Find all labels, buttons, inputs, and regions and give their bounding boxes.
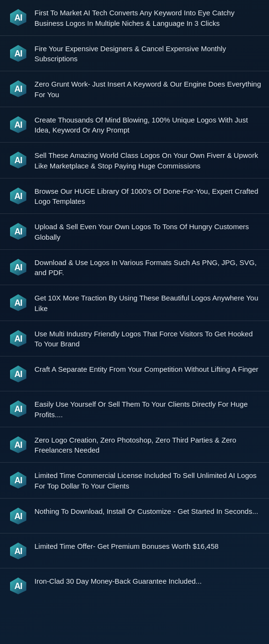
list-item: AI Zero Logo Creation, Zero Photoshop, Z…: [0, 427, 269, 463]
feature-text: Limited Time Offer- Get Premium Bonuses …: [34, 540, 261, 552]
ai-icon: AI: [8, 114, 29, 135]
svg-text:AI: AI: [14, 440, 22, 450]
ai-icon: AI: [8, 575, 29, 596]
ai-icon: AI: [8, 434, 29, 455]
list-item: AI Sell These Amazing World Class Logos …: [0, 143, 269, 178]
list-item: AI Zero Grunt Work- Just Insert A Keywor…: [0, 71, 269, 107]
feature-text: Fire Your Expensive Designers & Cancel E…: [34, 43, 261, 65]
feature-text: First To Market AI Tech Converts Any Key…: [34, 7, 261, 29]
svg-text:AI: AI: [14, 227, 22, 236]
list-item: AI Nothing To Download, Install Or Custo…: [0, 499, 269, 533]
features-list: AI First To Market AI Tech Converts Any …: [0, 0, 269, 603]
svg-text:AI: AI: [14, 49, 22, 58]
feature-text: Easily Use Yourself Or Sell Them To Your…: [34, 398, 261, 420]
feature-text: Download & Use Logos In Various Formats …: [34, 256, 261, 278]
feature-text: Zero Grunt Work- Just Insert A Keyword &…: [34, 78, 261, 100]
feature-text: Browse Our HUGE Library Of 1000's Of Don…: [34, 185, 261, 207]
list-item: AI Browse Our HUGE Library Of 1000's Of …: [0, 178, 269, 214]
svg-text:AI: AI: [14, 581, 22, 591]
ai-icon: AI: [8, 256, 29, 278]
list-item: AI Limited Time Commercial License Inclu…: [0, 463, 269, 499]
feature-text: Upload & Sell Even Your Own Logos To Ton…: [34, 221, 261, 243]
svg-text:AI: AI: [14, 120, 22, 130]
feature-text: Zero Logo Creation, Zero Photoshop, Zero…: [34, 434, 261, 456]
ai-icon: AI: [8, 43, 29, 64]
list-item: AI Create Thousands Of Mind Blowing, 100…: [0, 107, 269, 143]
svg-text:AI: AI: [14, 476, 22, 485]
ai-icon: AI: [8, 149, 29, 170]
list-item: AI Fire Your Expensive Designers & Cance…: [0, 36, 269, 72]
ai-icon: AI: [8, 185, 29, 206]
list-item: AI Upload & Sell Even Your Own Logos To …: [0, 214, 269, 250]
list-item: AI Download & Use Logos In Various Forma…: [0, 250, 269, 286]
ai-icon: AI: [8, 78, 29, 99]
ai-icon: AI: [8, 221, 29, 242]
feature-text: Craft A Separate Entity From Your Compet…: [34, 363, 261, 375]
svg-text:AI: AI: [14, 404, 22, 414]
feature-text: Sell These Amazing World Class Logos On …: [34, 149, 261, 171]
svg-text:AI: AI: [14, 511, 22, 521]
feature-text: Get 10X More Traction By Using These Bea…: [34, 292, 261, 314]
ai-icon: AI: [8, 292, 29, 313]
ai-icon: AI: [8, 540, 29, 561]
ai-icon: AI: [8, 363, 29, 384]
list-item: AI Limited Time Offer- Get Premium Bonus…: [0, 533, 269, 568]
feature-text: Iron-Clad 30 Day Money-Back Guarantee In…: [34, 575, 261, 587]
ai-icon: AI: [8, 7, 29, 28]
feature-text: Use Multi Industry Friendly Logos That F…: [34, 328, 261, 350]
list-item: AI Use Multi Industry Friendly Logos Tha…: [0, 321, 269, 357]
list-item: AI Get 10X More Traction By Using These …: [0, 285, 269, 321]
feature-text: Create Thousands Of Mind Blowing, 100% U…: [34, 114, 261, 136]
svg-text:AI: AI: [14, 263, 22, 272]
ai-icon: AI: [8, 328, 29, 349]
svg-text:AI: AI: [14, 84, 22, 94]
feature-text: Nothing To Download, Install Or Customiz…: [34, 505, 261, 517]
list-item: AI First To Market AI Tech Converts Any …: [0, 0, 269, 36]
ai-icon: AI: [8, 469, 29, 490]
list-item: AI Easily Use Yourself Or Sell Them To Y…: [0, 391, 269, 427]
svg-text:AI: AI: [14, 334, 22, 344]
svg-text:AI: AI: [14, 298, 22, 308]
ai-icon: AI: [8, 398, 29, 419]
list-item: AI Iron-Clad 30 Day Money-Back Guarantee…: [0, 568, 269, 603]
ai-icon: AI: [8, 505, 29, 526]
svg-text:AI: AI: [14, 13, 22, 22]
svg-text:AI: AI: [14, 369, 22, 379]
svg-text:AI: AI: [14, 546, 22, 556]
svg-text:AI: AI: [14, 155, 22, 165]
list-item: AI Craft A Separate Entity From Your Com…: [0, 356, 269, 391]
svg-text:AI: AI: [14, 191, 22, 201]
feature-text: Limited Time Commercial License Included…: [34, 469, 261, 491]
